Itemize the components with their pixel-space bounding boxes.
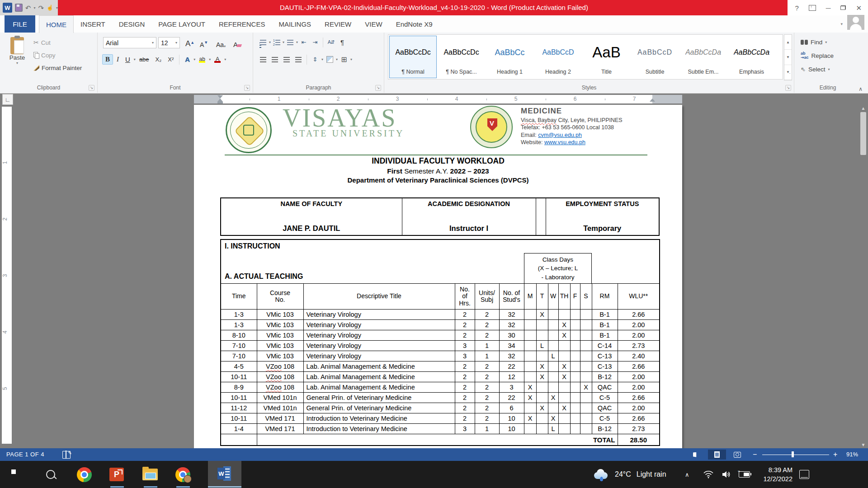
zoom-in-icon[interactable]: + <box>833 448 837 461</box>
change-case-button[interactable]: Aa▾ <box>216 37 226 49</box>
find-button[interactable]: Find▾ <box>801 36 827 48</box>
clear-formatting-button[interactable]: A <box>233 37 241 49</box>
tab-mailings[interactable]: MAILINGS <box>272 15 318 33</box>
font-dialog-launcher[interactable]: ↘ <box>244 85 250 91</box>
styles-dialog-launcher[interactable]: ↘ <box>785 85 791 91</box>
start-button[interactable] <box>8 466 24 483</box>
sort-icon[interactable]: A⇵ <box>326 37 336 48</box>
minimize-icon[interactable]: ─ <box>826 5 831 11</box>
style-chip-normal[interactable]: AaBbCcDc¶ Normal <box>389 36 437 78</box>
vertical-scrollbar[interactable]: ▲ ▼ <box>859 105 867 448</box>
print-layout-button[interactable] <box>708 450 726 460</box>
grow-font-button[interactable]: A▲ <box>185 37 194 49</box>
paragraph-dialog-launcher[interactable]: ↘ <box>375 85 381 91</box>
align-right-icon[interactable] <box>281 54 292 65</box>
font-color-button[interactable]: A <box>212 55 223 64</box>
style-chip-heading-2[interactable]: AaBbCcDHeading 2 <box>534 36 582 78</box>
restore-icon[interactable] <box>840 5 846 10</box>
scroll-up-icon[interactable]: ▲ <box>859 106 867 111</box>
select-button[interactable]: ⇖Select▾ <box>801 63 830 75</box>
style-chip-no-spac[interactable]: AaBbCcDc¶ No Spac... <box>438 36 485 78</box>
highlight-caret-icon[interactable]: ▾ <box>209 57 211 61</box>
first-line-indent-marker[interactable] <box>217 95 223 99</box>
web-layout-button[interactable] <box>728 450 746 460</box>
scroll-down-icon[interactable]: ▼ <box>859 442 867 447</box>
borders-icon[interactable]: ⊞ <box>339 54 349 65</box>
tab-review[interactable]: REVIEW <box>318 15 358 33</box>
cut-button[interactable]: ✂Cut <box>33 37 51 48</box>
help-icon[interactable]: ? <box>795 5 798 11</box>
font-size-combo[interactable]: 12▾ <box>158 37 180 48</box>
styles-scroll-down-icon[interactable]: ▼ <box>784 50 792 65</box>
wifi-indicator[interactable] <box>703 461 713 488</box>
tab-file[interactable]: FILE <box>5 15 35 33</box>
styles-scroll-up-icon[interactable]: ▲ <box>784 35 792 50</box>
battery-indicator[interactable]: ⌁ <box>739 461 750 488</box>
zoom-percentage[interactable]: 91% <box>846 448 858 461</box>
vertical-ruler[interactable]: 12345 <box>2 107 12 444</box>
justify-icon[interactable] <box>293 54 304 65</box>
hanging-indent-marker[interactable] <box>217 99 223 102</box>
hidden-icons-chevron[interactable]: ∧ <box>685 461 689 488</box>
underline-caret-icon[interactable]: ▾ <box>134 57 136 61</box>
taskbar-word-active[interactable]: W <box>208 461 241 486</box>
taskbar-chrome-profile[interactable] <box>175 466 191 483</box>
ribbon-display-options-icon[interactable] <box>809 5 816 11</box>
style-chip-emphasis[interactable]: AaBbCcDaEmphasis <box>728 36 775 78</box>
tab-references[interactable]: REFERENCES <box>212 15 272 33</box>
line-spacing-icon[interactable]: ⇕ <box>310 54 321 65</box>
taskbar-chrome[interactable] <box>76 466 92 483</box>
copy-button[interactable]: Copy <box>33 50 56 61</box>
action-center-icon[interactable] <box>799 470 809 479</box>
font-color-caret-icon[interactable]: ▾ <box>224 57 226 61</box>
strikethrough-button[interactable]: abe <box>137 55 152 64</box>
tab-view[interactable]: VIEW <box>358 15 389 33</box>
weather-widget[interactable] <box>593 466 609 483</box>
tab-page-layout[interactable]: PAGE LAYOUT <box>151 15 212 33</box>
zoom-slider-track[interactable] <box>762 455 829 455</box>
style-chip-subtle-em[interactable]: AaBbCcDaSubtle Em... <box>679 36 727 78</box>
tab-insert[interactable]: INSERT <box>74 15 112 33</box>
page-indicator[interactable]: PAGE 1 OF 4 <box>6 448 44 461</box>
horizontal-ruler[interactable]: 1234567 <box>194 95 682 103</box>
styles-more-icon[interactable]: ▼̱ <box>784 65 792 80</box>
proofing-icon[interactable] <box>62 451 71 459</box>
numbering-icon[interactable]: 12 <box>271 37 282 48</box>
sign-in-caret-icon[interactable]: ▾ <box>840 22 843 26</box>
clipboard-dialog-launcher[interactable]: ↘ <box>89 85 94 91</box>
shading-icon[interactable] <box>324 54 335 65</box>
search-button[interactable] <box>42 466 59 483</box>
tab-home[interactable]: HOME <box>39 15 74 33</box>
text-effects-button[interactable]: A <box>182 55 193 64</box>
sign-in-avatar[interactable] <box>847 15 864 30</box>
font-name-combo[interactable]: Arial▾ <box>103 37 156 48</box>
format-painter-button[interactable]: Format Painter <box>33 62 82 73</box>
scrollbar-thumb[interactable] <box>860 112 866 155</box>
style-chip-title[interactable]: AaBTitle <box>583 36 630 78</box>
bullets-icon[interactable] <box>258 37 269 48</box>
volume-indicator[interactable] <box>722 461 731 488</box>
bold-button[interactable]: B <box>102 54 113 65</box>
align-left-icon[interactable] <box>258 54 269 65</box>
paste-button[interactable]: Paste ▾ <box>5 35 29 82</box>
collapse-ribbon-icon[interactable]: ∧ <box>859 86 863 92</box>
right-indent-marker[interactable] <box>650 99 655 102</box>
taskbar-clock[interactable]: 8:39 AM 12/2/2022 <box>758 461 793 488</box>
italic-button[interactable]: I <box>114 55 122 64</box>
style-chip-heading-1[interactable]: AaBbCcHeading 1 <box>486 36 533 78</box>
document-page[interactable]: VISAYAS STATE UNIVERSITY V MEDICINE Visc… <box>194 105 682 448</box>
style-chip-subtitle[interactable]: AaBbCcDSubtitle <box>631 36 679 78</box>
underline-button[interactable]: U <box>123 55 133 64</box>
replace-button[interactable]: ab⇢acReplace <box>801 50 834 61</box>
weather-text[interactable]: 24°CLight rain <box>615 461 666 488</box>
shrink-font-button[interactable]: A▼ <box>200 37 208 49</box>
tab-endnote-x9[interactable]: EndNote X9 <box>389 15 439 33</box>
tab-stop-selector[interactable]: ∟ <box>2 94 13 105</box>
taskbar-explorer[interactable] <box>142 466 158 483</box>
highlight-button[interactable]: ab <box>196 56 208 64</box>
tab-design[interactable]: DESIGN <box>112 15 152 33</box>
read-mode-button[interactable] <box>688 450 706 460</box>
zoom-out-icon[interactable]: − <box>753 448 757 461</box>
align-center-icon[interactable] <box>269 54 280 65</box>
email-link[interactable]: cvm@vsu.edu.ph <box>538 132 582 138</box>
